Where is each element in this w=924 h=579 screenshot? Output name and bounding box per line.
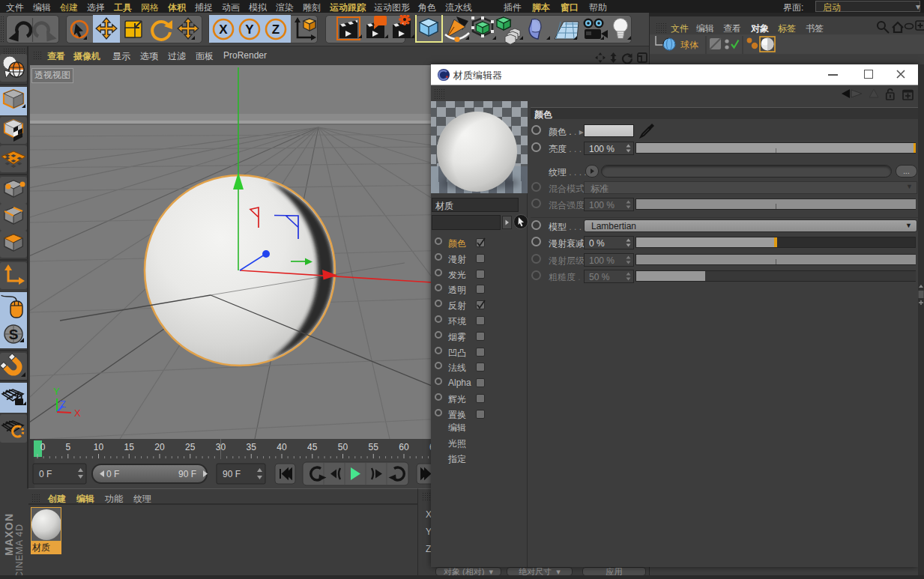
svg-text:Y: Y	[245, 22, 254, 37]
svg-text:0 F: 0 F	[39, 469, 52, 479]
svg-text:S: S	[9, 327, 19, 342]
svg-text:Z: Z	[272, 22, 280, 37]
svg-text:15: 15	[124, 442, 135, 452]
svg-text:55: 55	[369, 442, 379, 452]
svg-text:35: 35	[247, 442, 257, 452]
svg-text:10: 10	[94, 442, 104, 452]
svg-text:0 F: 0 F	[106, 469, 119, 479]
svg-text:5: 5	[65, 442, 70, 452]
svg-text:90 F: 90 F	[178, 469, 196, 479]
svg-text:Z: Z	[60, 398, 66, 410]
svg-text:Y: Y	[53, 386, 60, 397]
svg-text:25: 25	[185, 442, 196, 452]
svg-text:60: 60	[399, 442, 409, 452]
svg-text:40: 40	[277, 442, 287, 452]
svg-text:X: X	[219, 22, 228, 37]
svg-text:50: 50	[338, 442, 348, 452]
svg-text:0: 0	[40, 442, 46, 452]
svg-text:20: 20	[154, 442, 165, 452]
svg-text:45: 45	[307, 442, 318, 452]
svg-text:X: X	[74, 407, 81, 419]
svg-text:90 F: 90 F	[223, 469, 241, 479]
